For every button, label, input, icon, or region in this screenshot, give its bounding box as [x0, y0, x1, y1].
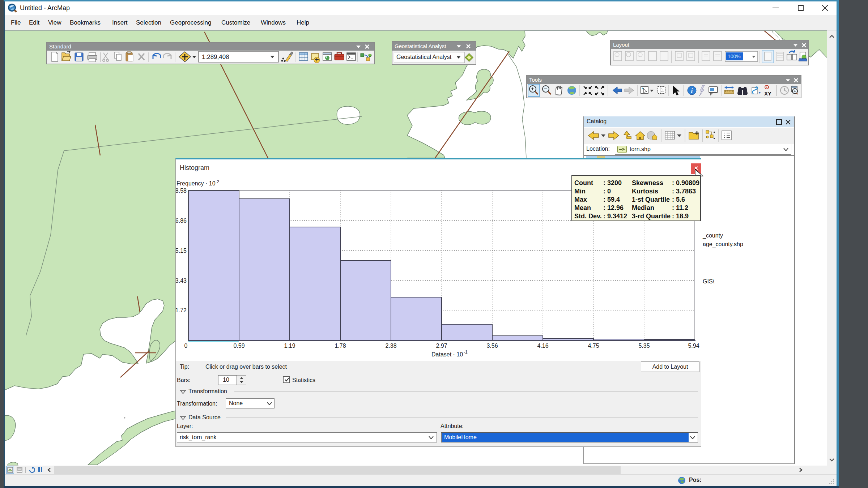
svg-text:0: 0: [184, 343, 188, 349]
svg-text:1:289,408: 1:289,408: [202, 53, 229, 60]
svg-text:0.59: 0.59: [233, 343, 244, 349]
svg-text:1.19: 1.19: [284, 343, 295, 349]
svg-text:5.35: 5.35: [638, 343, 650, 349]
svg-text:2.38: 2.38: [385, 343, 396, 349]
svg-text:-1: -1: [464, 350, 468, 355]
svg-text:1.78: 1.78: [335, 343, 346, 349]
svg-text:6.86: 6.86: [176, 218, 187, 224]
svg-text:3.43: 3.43: [176, 278, 187, 284]
svg-text:XY: XY: [764, 90, 771, 97]
svg-text:8.58: 8.58: [176, 188, 187, 194]
svg-text:2.97: 2.97: [436, 343, 447, 349]
svg-text:4.16: 4.16: [537, 343, 548, 349]
svg-text:3.56: 3.56: [486, 343, 498, 349]
svg-text:4.75: 4.75: [588, 343, 599, 349]
svg-text:1.72: 1.72: [176, 307, 187, 313]
svg-text:i: i: [691, 87, 693, 94]
svg-text:Dataset · 10: Dataset · 10: [431, 351, 463, 358]
svg-text:5.15: 5.15: [176, 248, 187, 254]
svg-text:5.94: 5.94: [688, 343, 699, 349]
svg-text:100%: 100%: [728, 53, 741, 59]
